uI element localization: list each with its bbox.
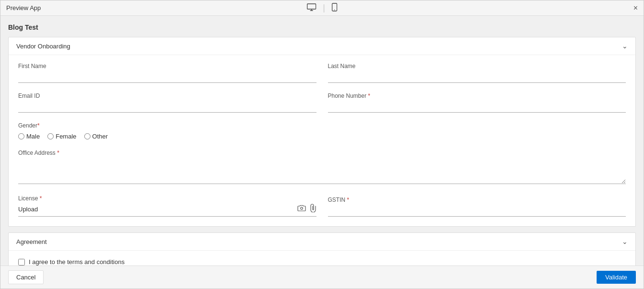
- agreement-section: Agreement ⌄ I agree to the terms and con…: [8, 232, 636, 266]
- device-separator: |: [323, 3, 325, 13]
- office-address-label: Office Address *: [18, 150, 626, 156]
- close-button[interactable]: ×: [633, 4, 638, 12]
- gender-section: Gender* Male Female Other: [18, 122, 626, 140]
- phone-input[interactable]: [328, 101, 626, 113]
- cancel-button[interactable]: Cancel: [8, 270, 44, 284]
- gender-female-label: Female: [56, 133, 76, 140]
- svg-rect-0: [307, 4, 316, 9]
- footer-bar: Cancel Validate: [0, 266, 644, 289]
- gender-other-radio[interactable]: [84, 133, 90, 139]
- email-label: Email ID: [18, 92, 316, 99]
- first-name-input[interactable]: [18, 71, 316, 83]
- terms-label: I agree to the terms and conditions: [29, 258, 124, 266]
- content-area: Blog Test Vendor Onboarding ⌄ First Name…: [0, 16, 644, 266]
- vendor-section-header[interactable]: Vendor Onboarding ⌄: [9, 37, 635, 55]
- terms-checkbox-row: I agree to the terms and conditions: [18, 258, 626, 266]
- agreement-body: I agree to the terms and conditions: [9, 251, 635, 266]
- first-name-field: First Name: [18, 63, 316, 83]
- email-field-container: Email ID: [18, 92, 316, 113]
- last-name-input[interactable]: [328, 71, 626, 83]
- gstin-input[interactable]: [328, 205, 626, 217]
- svg-point-5: [300, 207, 303, 209]
- validate-button[interactable]: Validate: [597, 271, 636, 284]
- camera-icon-button[interactable]: [297, 205, 306, 214]
- office-address-field: Office Address *: [18, 150, 626, 185]
- agreement-chevron-icon: ⌄: [622, 238, 628, 245]
- mobile-icon[interactable]: [329, 2, 340, 14]
- name-row: First Name Last Name: [18, 63, 626, 83]
- blog-title: Blog Test: [8, 23, 636, 31]
- gender-female-radio[interactable]: [47, 133, 54, 139]
- vendor-section-title: Vendor Onboarding: [16, 43, 70, 50]
- vendor-section-body: First Name Last Name Email ID: [9, 55, 635, 226]
- gender-radio-group: Male Female Other: [18, 133, 626, 140]
- gender-male-label: Male: [26, 133, 40, 140]
- email-phone-row: Email ID Phone Number *: [18, 92, 626, 113]
- desktop-icon[interactable]: [304, 2, 319, 14]
- gender-other-option[interactable]: Other: [84, 133, 108, 140]
- email-input[interactable]: [18, 101, 316, 113]
- terms-checkbox[interactable]: [18, 259, 25, 266]
- agreement-section-header[interactable]: Agreement ⌄: [9, 233, 635, 251]
- svg-point-4: [334, 9, 335, 10]
- first-name-label: First Name: [18, 63, 316, 69]
- license-label: License *: [18, 195, 316, 202]
- license-field: License * Upload: [18, 195, 316, 217]
- phone-field-container: Phone Number *: [328, 92, 626, 113]
- license-gstin-row: License * Upload: [18, 195, 626, 217]
- app-window: Preview App | × Blog Test: [0, 0, 644, 289]
- last-name-field: Last Name: [328, 63, 626, 83]
- gender-other-label: Other: [92, 133, 108, 140]
- last-name-label: Last Name: [328, 63, 626, 69]
- gender-male-option[interactable]: Male: [18, 133, 40, 140]
- upload-text: Upload: [18, 206, 297, 213]
- device-toggle-group: |: [304, 2, 340, 14]
- upload-input-row: Upload: [18, 204, 316, 217]
- gender-female-option[interactable]: Female: [47, 133, 76, 140]
- gstin-field: GSTIN *: [328, 197, 626, 217]
- phone-label: Phone Number *: [328, 92, 626, 99]
- gstin-label: GSTIN *: [328, 197, 626, 203]
- gender-male-radio[interactable]: [18, 133, 24, 139]
- vendor-chevron-icon: ⌄: [622, 42, 628, 50]
- gender-label: Gender*: [18, 122, 626, 129]
- agreement-section-title: Agreement: [16, 238, 47, 245]
- vendor-onboarding-section: Vendor Onboarding ⌄ First Name Last Name: [8, 37, 636, 227]
- office-address-input[interactable]: [18, 158, 626, 184]
- app-title: Preview App: [6, 4, 41, 12]
- attach-icon-button[interactable]: [310, 204, 316, 214]
- title-bar: Preview App | ×: [0, 0, 644, 16]
- upload-icons: [297, 204, 316, 214]
